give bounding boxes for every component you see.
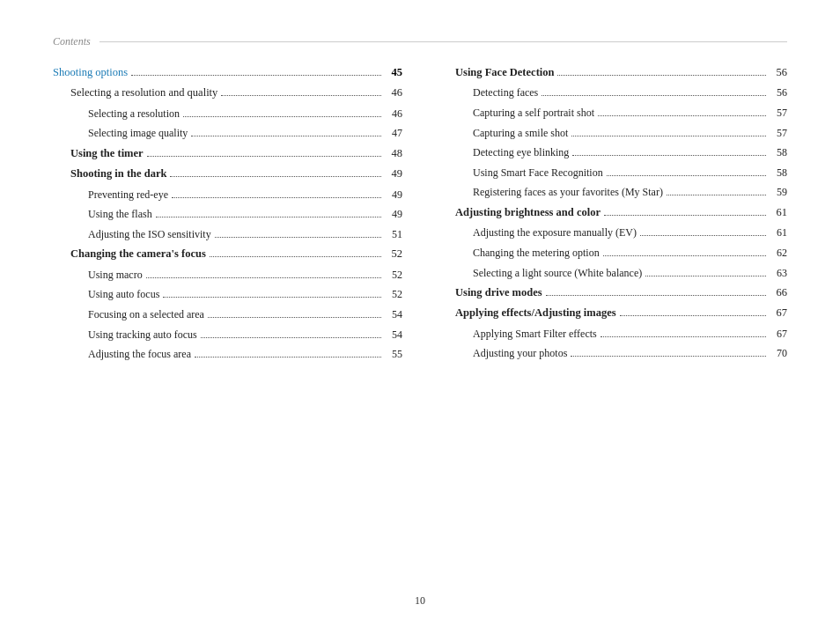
- toc-dots: [571, 136, 766, 136]
- toc-page: 58: [770, 165, 787, 181]
- toc-item: Capturing a smile shot57: [438, 125, 787, 142]
- toc-item: Using Smart Face Recognition58: [438, 165, 787, 181]
- toc-page: 46: [385, 85, 402, 101]
- toc-title: Using drive modes: [455, 284, 542, 301]
- toc-page: 70: [770, 345, 787, 362]
- toc-dots: [598, 115, 766, 116]
- toc-item: Using Face Detection56: [438, 64, 787, 81]
- page-number: 10: [415, 594, 425, 608]
- toc-dots: [620, 315, 766, 316]
- toc-title: Selecting a light source (White balance): [473, 265, 642, 282]
- toc-dots: [542, 95, 766, 96]
- toc-page: 52: [385, 246, 402, 262]
- toc-page: 67: [770, 305, 787, 321]
- toc-page: 61: [770, 225, 787, 241]
- toc-item: Changing the camera's focus52: [53, 246, 402, 262]
- toc-title: Shooting in the dark: [70, 166, 166, 182]
- toc-item: Adjusting your photos70: [438, 345, 787, 362]
- toc-item: Applying Smart Filter effects67: [438, 326, 787, 343]
- toc-page: 52: [385, 267, 402, 284]
- toc-title: Selecting image quality: [88, 125, 188, 142]
- toc-item: Applying effects/Adjusting images67: [438, 305, 787, 321]
- toc-item: Adjusting the focus area55: [53, 346, 402, 363]
- toc-item: Selecting a light source (White balance)…: [438, 265, 787, 282]
- toc-item: Adjusting the exposure manually (EV)61: [438, 225, 787, 241]
- toc-item: Adjusting brightness and color61: [438, 204, 787, 221]
- toc-dots: [221, 95, 381, 96]
- toc-content: Shooting options45Selecting a resolution…: [53, 64, 787, 366]
- toc-page: 62: [770, 245, 787, 262]
- toc-dots: [607, 175, 766, 176]
- toc-title: Adjusting your photos: [473, 345, 567, 362]
- toc-title: Adjusting the ISO sensitivity: [88, 226, 211, 243]
- toc-dots: [557, 75, 766, 76]
- toc-title: Capturing a smile shot: [473, 125, 568, 142]
- toc-page: 57: [770, 125, 787, 142]
- toc-dots: [572, 155, 766, 156]
- toc-dots: [571, 356, 766, 357]
- page: Contents Shooting options45Selecting a r…: [0, 0, 840, 634]
- toc-page: 47: [385, 125, 402, 142]
- toc-page: 54: [385, 306, 402, 323]
- toc-title: Adjusting brightness and color: [455, 204, 601, 221]
- toc-dots: [210, 256, 381, 257]
- toc-title: Adjusting the focus area: [88, 346, 191, 363]
- toc-title: Detecting faces: [473, 85, 538, 101]
- toc-page: 49: [385, 166, 402, 182]
- toc-page: 52: [385, 286, 402, 303]
- toc-item: Shooting in the dark49: [53, 166, 402, 182]
- toc-dots: [163, 297, 381, 298]
- toc-title: Capturing a self portrait shot: [473, 105, 594, 122]
- toc-item: Selecting a resolution46: [53, 106, 402, 122]
- toc-item: Detecting eye blinking58: [438, 144, 787, 161]
- toc-dots: [191, 136, 381, 136]
- toc-page: 66: [770, 284, 787, 301]
- toc-dots: [601, 336, 766, 337]
- toc-item: Using drive modes66: [438, 284, 787, 301]
- toc-page: 58: [770, 144, 787, 161]
- toc-title: Using Face Detection: [455, 64, 554, 81]
- toc-title: Applying effects/Adjusting images: [455, 305, 616, 321]
- toc-title: Applying Smart Filter effects: [473, 326, 597, 343]
- toc-page: 61: [770, 204, 787, 221]
- toc-title: Preventing red-eye: [88, 187, 168, 203]
- toc-dots: [546, 295, 766, 296]
- toc-dots: [172, 197, 381, 198]
- toc-item: Selecting a resolution and quality46: [53, 85, 402, 101]
- header-label: Contents: [53, 35, 91, 48]
- toc-dots: [208, 317, 381, 318]
- toc-page: 59: [770, 184, 787, 201]
- toc-page: 46: [385, 106, 402, 122]
- toc-item: Registering faces as your favorites (My …: [438, 184, 787, 201]
- toc-title: Using the flash: [88, 206, 152, 223]
- toc-page: 56: [770, 64, 787, 81]
- toc-item: Selecting image quality47: [53, 125, 402, 142]
- toc-item: Using macro52: [53, 267, 402, 284]
- toc-dots: [170, 176, 381, 177]
- toc-dots: [131, 75, 381, 76]
- toc-page: 45: [385, 64, 402, 81]
- toc-item: Shooting options45: [53, 64, 402, 81]
- toc-title: Using the timer: [70, 145, 144, 162]
- toc-page: 63: [770, 265, 787, 282]
- toc-title: Adjusting the exposure manually (EV): [473, 225, 637, 241]
- toc-item: Changing the metering option62: [438, 245, 787, 262]
- toc-dots: [645, 276, 766, 276]
- toc-page: 67: [770, 326, 787, 343]
- toc-dots: [640, 235, 766, 236]
- toc-title: Using macro: [88, 267, 143, 284]
- toc-page: 51: [385, 226, 402, 243]
- toc-dots: [201, 337, 381, 338]
- left-column: Shooting options45Selecting a resolution…: [53, 64, 402, 366]
- page-header: Contents: [53, 35, 787, 48]
- toc-item: Capturing a self portrait shot57: [438, 105, 787, 122]
- toc-page: 57: [770, 105, 787, 122]
- toc-dots: [156, 217, 381, 217]
- toc-dots: [183, 116, 381, 117]
- toc-title: Focusing on a selected area: [88, 306, 204, 323]
- toc-item: Using the flash49: [53, 206, 402, 223]
- toc-item: Using tracking auto focus54: [53, 327, 402, 343]
- toc-page: 55: [385, 346, 402, 363]
- toc-page: 54: [385, 327, 402, 343]
- right-column: Using Face Detection56Detecting faces56C…: [438, 64, 787, 366]
